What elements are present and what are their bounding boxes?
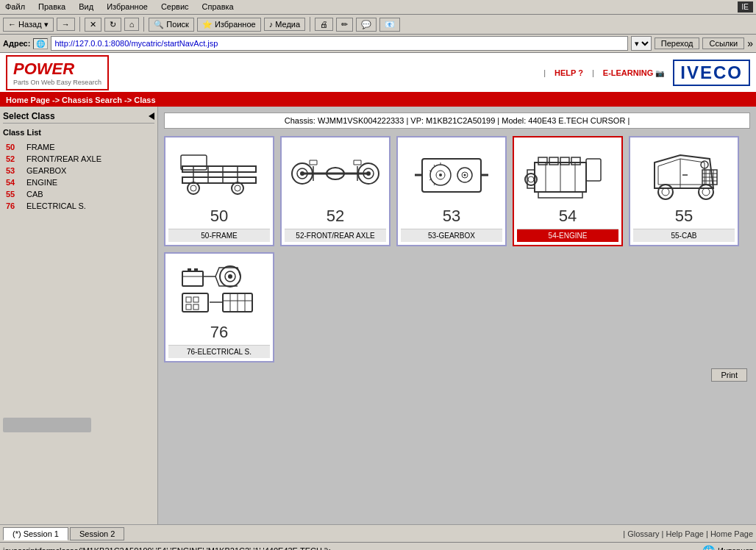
sidebar-item-gearbox[interactable]: 53 GEARBOX [3,165,154,176]
favorites-button[interactable]: ⭐ Избранное [197,18,261,32]
collapse-icon[interactable] [149,113,154,120]
svg-point-41 [528,176,534,182]
svg-rect-35 [549,157,558,165]
chassis-info-bar: Chassis: WJMM1VSK004222333 | VP: M1KB21C… [164,113,750,129]
svg-point-6 [188,182,199,194]
sidebar-item-num: 54 [6,178,21,187]
class-card-engine[interactable]: 54 54-ENGINE [513,136,623,246]
class-card-electrical[interactable]: 76 76-ELECTRICAL S. [164,252,274,362]
menu-bar: Файл Правка Вид Избранное Сервис Справка… [0,0,756,15]
svg-rect-69 [186,304,191,310]
cab-svg [640,144,728,203]
svg-rect-38 [586,159,601,181]
search-button[interactable]: 🔍 Поиск [149,18,194,32]
gearbox-label: 53-GEARBOX [401,229,502,242]
class-grid: 50 50-FRAME [164,136,750,362]
refresh-button[interactable]: ↻ [104,18,121,32]
address-bar: Адрес: 🌐 ▾ Переход Ссылки » [0,35,756,53]
svg-rect-36 [560,157,569,165]
menu-help[interactable]: Справка [200,1,236,12]
svg-point-8 [190,185,196,191]
scroll-right-button[interactable]: » [747,38,753,49]
home-page-link[interactable]: Home Page [710,529,753,538]
toolbar: ← Назад ▾ → ✕ ↻ ⌂ 🔍 Поиск ⭐ Избранное ♪ … [0,15,756,35]
status-bar: javascript:formclasse('M1KB21C2A50199','… [0,542,756,550]
back-button[interactable]: ← Назад ▾ [3,18,54,32]
menu-view[interactable]: Вид [76,1,96,12]
electrical-num: 76 [168,323,270,342]
sidebar-item-num: 50 [6,143,21,151]
messenger-button[interactable]: 📧 [379,18,400,32]
menu-favorites[interactable]: Избранное [104,1,150,12]
sidebar-item-axle[interactable]: 52 FRONT/REAR AXLE [3,153,154,165]
session-links: | Glossary | Help Page | Home Page [623,529,753,538]
svg-rect-67 [186,297,191,302]
menu-file[interactable]: Файл [3,1,27,12]
cab-image [633,140,735,207]
svg-point-55 [699,185,713,199]
help-page-link[interactable]: Help Page [666,529,704,538]
svg-point-54 [662,188,669,196]
svg-point-14 [300,171,304,176]
status-right: 🌐 Интернет [702,545,753,551]
svg-rect-39 [538,192,582,198]
svg-point-22 [439,174,442,176]
menu-service[interactable]: Сервис [159,1,191,12]
frame-num: 50 [168,207,270,226]
svg-point-56 [702,188,710,196]
sidebar-item-name: ENGINE [26,178,57,187]
class-card-axle[interactable]: 52 52-FRONT/REAR AXLE [280,136,391,246]
gearbox-num: 53 [401,207,502,226]
frame-image [168,140,270,207]
class-card-gearbox[interactable]: 53 53-GEARBOX [396,136,507,246]
app-icon: IE [738,1,753,12]
elearning-link[interactable]: E-LEARNING 📷 [603,68,665,77]
frame-label: 50-FRAME [168,229,270,242]
select-class-header: Select Class [3,110,154,124]
home-button[interactable]: ⌂ [124,18,140,31]
session-tab-1[interactable]: (*) Session 1 [3,527,68,540]
class-card-cab[interactable]: 55 55-CAB [629,136,739,246]
address-input[interactable] [51,36,627,51]
sidebar-item-num: 52 [6,154,21,163]
sidebar-item-cab[interactable]: 55 CAB [3,188,154,200]
media-button[interactable]: ♪ Медиа [264,18,305,31]
iveco-logo: IVECO [673,60,750,86]
svg-rect-70 [193,304,199,310]
menu-edit[interactable]: Правка [36,1,68,12]
svg-point-7 [232,182,243,194]
toolbar-sep-3 [310,17,310,32]
session-bar: (*) Session 1 Session 2 | Glossary | Hel… [0,524,756,542]
sidebar-item-engine[interactable]: 54 ENGINE [3,176,154,188]
discuss-button[interactable]: 💬 [356,18,377,32]
electrical-image [168,257,270,323]
sidebar-item-frame[interactable]: 50 FRAME [3,141,154,153]
glossary-link[interactable]: Glossary [627,529,659,538]
sidebar-item-num: 76 [6,201,21,210]
svg-point-17 [366,171,371,176]
go-button[interactable]: Переход [655,38,700,49]
engine-svg [524,144,612,203]
sidebar-item-name: FRONT/REAR AXLE [26,154,101,163]
links-button[interactable]: Ссылки [702,38,744,49]
sidebar-item-name: CAB [26,190,43,199]
print-toolbar-button[interactable]: 🖨 [315,18,333,31]
header-right: | HELP ? | E-LEARNING 📷 IVECO [543,60,750,86]
stop-button[interactable]: ✕ [85,18,101,32]
sidebar-item-electrical[interactable]: 76 ELECTRICAL S. [3,200,154,212]
session-tab-2[interactable]: Session 2 [70,527,124,540]
internet-zone-label: Интернет [718,546,753,551]
edit-button[interactable]: ✏ [336,18,353,32]
help-link[interactable]: HELP ? [554,68,583,77]
address-dropdown[interactable]: ▾ [631,36,652,51]
class-card-frame[interactable]: 50 50-FRAME [164,136,274,246]
main-content: Chassis: WJMM1VSK004222333 | VP: M1KB21C… [158,107,756,524]
breadcrumb-bar: Home Page -> Chassis Search -> Class [0,93,756,107]
forward-button[interactable]: → [57,18,75,31]
content-wrapper: Select Class Class List 50 FRAME 52 FRON… [0,107,756,524]
sidebar-bottom-placeholder [3,418,154,432]
svg-point-65 [228,274,232,279]
address-icon: 🌐 [33,38,48,49]
print-button[interactable]: Print [711,368,747,382]
electrical-label: 76-ELECTRICAL S. [168,345,270,358]
